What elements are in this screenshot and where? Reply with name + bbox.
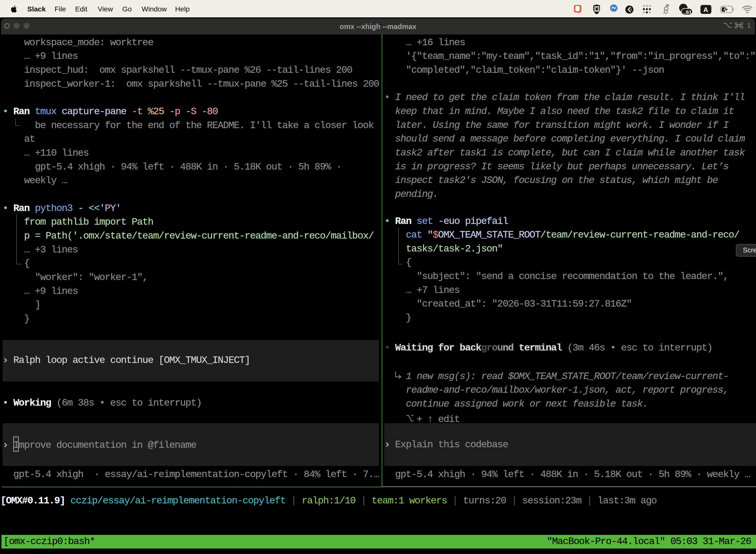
svg-text:1: 1: [747, 22, 751, 28]
svg-text:..61: ..61: [683, 9, 692, 15]
svg-text:A: A: [703, 6, 708, 13]
